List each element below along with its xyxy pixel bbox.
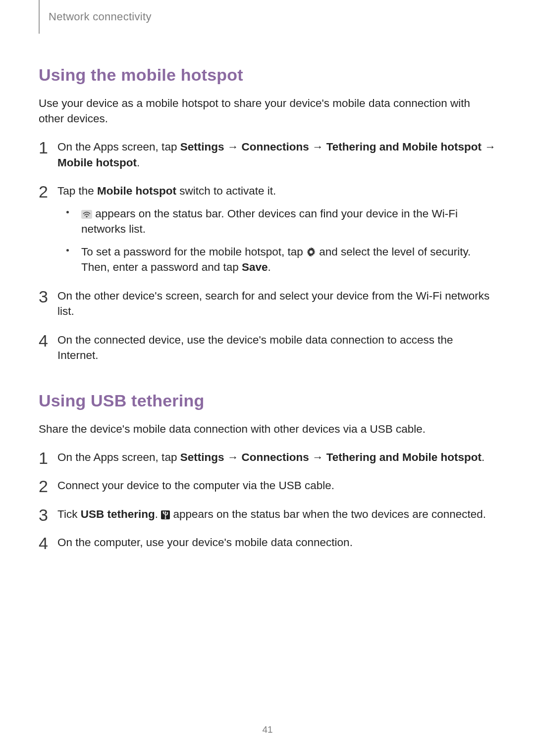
page-header: Network connectivity (39, 0, 496, 34)
sub-bullet-set-password: To set a password for the mobile hotspot… (66, 244, 496, 275)
svg-point-6 (167, 512, 168, 513)
svg-point-2 (310, 250, 313, 253)
step-number: 2 (39, 180, 48, 204)
breadcrumb: Network connectivity (49, 10, 152, 23)
step-number: 3 (39, 504, 48, 527)
section-title-usb-tethering: Using USB tethering (39, 391, 496, 410)
step-1: 1 On the Apps screen, tap Settings → Con… (39, 139, 496, 170)
step-2: 2 Connect your device to the computer vi… (39, 478, 496, 494)
step-number: 1 (39, 136, 48, 160)
step-3: 3 Tick USB tethering. appears on the sta… (39, 506, 496, 522)
step-text: On the Apps screen, tap Settings → Conne… (57, 451, 484, 463)
section-title-mobile-hotspot: Using the mobile hotspot (39, 65, 496, 85)
step-1: 1 On the Apps screen, tap Settings → Con… (39, 450, 496, 465)
step-number: 3 (39, 285, 48, 309)
step-text: Tap the Mobile hotspot switch to activat… (57, 185, 276, 197)
step-4: 4 On the computer, use your device's mob… (39, 535, 496, 551)
step-text: On the computer, use your device's mobil… (57, 536, 353, 549)
section2-intro: Share the device's mobile data connectio… (39, 421, 496, 437)
section1-intro: Use your device as a mobile hotspot to s… (39, 96, 496, 126)
step-number: 4 (39, 329, 48, 353)
header-tab-mark (39, 0, 40, 34)
bullet-dot (66, 211, 69, 213)
svg-point-1 (86, 215, 87, 217)
step-text: On the Apps screen, tap Settings → Conne… (57, 141, 496, 169)
bullet-dot (66, 249, 69, 252)
step-2: 2 Tap the Mobile hotspot switch to activ… (39, 183, 496, 275)
step-number: 4 (39, 532, 48, 555)
svg-rect-5 (163, 511, 164, 512)
step-number: 1 (39, 447, 48, 470)
section1-steps: 1 On the Apps screen, tap Settings → Con… (39, 139, 496, 363)
usb-icon (161, 510, 170, 519)
section2-steps: 1 On the Apps screen, tap Settings → Con… (39, 450, 496, 551)
step-3: 3 On the other device's screen, search f… (39, 288, 496, 319)
page-number: 41 (0, 724, 535, 735)
step-text: On the connected device, use the device'… (57, 334, 453, 362)
step-4: 4 On the connected device, use the devic… (39, 332, 496, 363)
sub-bullet-wifi-icon-appears: appears on the status bar. Other devices… (66, 206, 496, 237)
step-text: Connect your device to the computer via … (57, 479, 334, 492)
gear-icon (306, 247, 316, 257)
step-text: Tick USB tethering. appears on the statu… (57, 508, 486, 520)
manual-page: Network connectivity Using the mobile ho… (0, 0, 535, 756)
hotspot-icon (81, 210, 92, 219)
step-text: On the other device's screen, search for… (57, 290, 489, 318)
step2-sublist: appears on the status bar. Other devices… (66, 206, 496, 275)
step-number: 2 (39, 475, 48, 499)
